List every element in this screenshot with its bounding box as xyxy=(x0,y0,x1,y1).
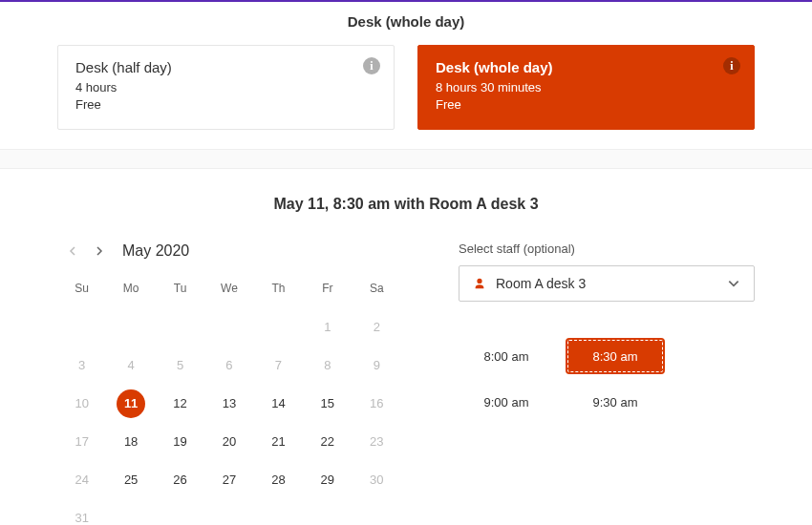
calendar-day[interactable]: 22 xyxy=(303,423,352,461)
calendar-day: 16 xyxy=(353,385,401,423)
calendar-day xyxy=(254,499,303,525)
calendar-day xyxy=(57,308,106,346)
calendar-day xyxy=(353,499,401,525)
option-duration: 8 hours 30 minutes xyxy=(436,79,737,96)
next-month-button[interactable] xyxy=(90,242,109,261)
calendar-dow: Fr xyxy=(303,276,352,308)
booking-summary: May 11, 8:30 am with Room A desk 3 xyxy=(0,169,812,242)
page-title: Desk (whole day) xyxy=(0,2,812,45)
calendar-day: 8 xyxy=(303,346,352,385)
time-slot[interactable]: 9:00 am xyxy=(459,386,554,418)
calendar-dow: Sa xyxy=(353,276,401,308)
calendar-day[interactable]: 29 xyxy=(303,461,352,499)
option-price: Free xyxy=(436,96,737,114)
calendar-day[interactable]: 21 xyxy=(254,423,303,461)
calendar-dow: Mo xyxy=(106,276,155,308)
info-icon[interactable]: i xyxy=(363,57,380,74)
calendar-day[interactable]: 13 xyxy=(204,385,253,423)
calendar-day: 3 xyxy=(57,346,106,385)
staff-select[interactable]: Room A desk 3 xyxy=(459,265,755,302)
option-whole-day[interactable]: i Desk (whole day) 8 hours 30 minutes Fr… xyxy=(417,45,755,130)
person-icon xyxy=(473,277,486,290)
staff-value: Room A desk 3 xyxy=(496,276,586,291)
calendar-day[interactable]: 19 xyxy=(156,423,204,461)
calendar-day xyxy=(204,308,253,346)
calendar-day: 23 xyxy=(353,423,401,461)
option-duration: 4 hours xyxy=(75,79,376,96)
calendar-day: 1 xyxy=(303,308,352,346)
info-icon[interactable]: i xyxy=(723,57,740,74)
calendar-dow: We xyxy=(204,276,253,308)
calendar-day[interactable]: 25 xyxy=(106,461,155,499)
calendar-dow: Th xyxy=(254,276,303,308)
calendar-day: 10 xyxy=(57,385,106,423)
calendar-dow: Su xyxy=(57,276,106,308)
calendar-day: 5 xyxy=(156,346,204,385)
calendar-day: 30 xyxy=(353,461,401,499)
calendar-day: 31 xyxy=(57,499,106,525)
calendar-day[interactable]: 20 xyxy=(204,423,253,461)
calendar-day[interactable]: 14 xyxy=(254,385,303,423)
calendar-day[interactable]: 11 xyxy=(106,385,155,423)
calendar-day xyxy=(106,308,155,346)
time-slot[interactable]: 9:30 am xyxy=(567,386,663,418)
calendar-day xyxy=(156,499,204,525)
calendar-dow: Tu xyxy=(156,276,204,308)
calendar-day[interactable]: 28 xyxy=(254,461,303,499)
option-title: Desk (whole day) xyxy=(436,59,737,75)
time-slot[interactable]: 8:30 am xyxy=(567,340,663,372)
option-title: Desk (half day) xyxy=(75,59,376,75)
calendar-month-label: May 2020 xyxy=(122,242,189,260)
calendar-day xyxy=(303,499,352,525)
calendar-day: 7 xyxy=(254,346,303,385)
calendar-day: 9 xyxy=(353,346,401,385)
time-slot[interactable]: 8:00 am xyxy=(459,340,554,372)
calendar-day: 4 xyxy=(106,346,155,385)
calendar-day xyxy=(254,308,303,346)
calendar-day[interactable]: 18 xyxy=(106,423,155,461)
calendar-day xyxy=(204,499,253,525)
calendar: May 2020 SuMoTuWeThFrSa12345678910111213… xyxy=(57,242,401,525)
calendar-day: 24 xyxy=(57,461,106,499)
service-options: i Desk (half day) 4 hours Free i Desk (w… xyxy=(0,45,812,150)
prev-month-button[interactable] xyxy=(63,242,82,261)
chevron-down-icon xyxy=(727,277,740,290)
time-slots: 8:00 am8:30 am9:00 am9:30 am xyxy=(459,340,755,418)
calendar-day[interactable]: 12 xyxy=(156,385,204,423)
option-price: Free xyxy=(75,96,376,114)
staff-label: Select staff (optional) xyxy=(459,242,755,256)
calendar-day[interactable]: 27 xyxy=(204,461,253,499)
calendar-day xyxy=(156,308,204,346)
calendar-day: 6 xyxy=(204,346,253,385)
calendar-day: 2 xyxy=(353,308,401,346)
calendar-day xyxy=(106,499,155,525)
calendar-day[interactable]: 15 xyxy=(303,385,352,423)
option-half-day[interactable]: i Desk (half day) 4 hours Free xyxy=(57,45,395,130)
calendar-day: 17 xyxy=(57,423,106,461)
calendar-day[interactable]: 26 xyxy=(156,461,204,499)
